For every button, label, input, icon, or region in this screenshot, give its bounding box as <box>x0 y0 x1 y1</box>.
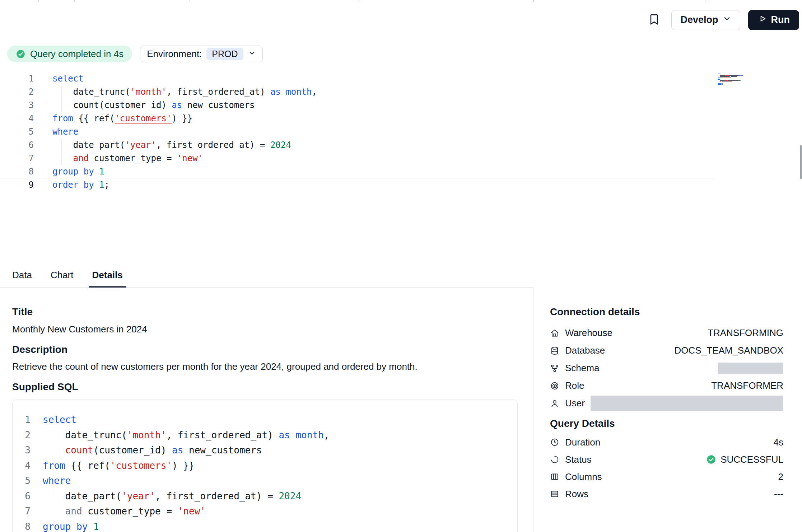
code-token: 'new' <box>177 153 203 163</box>
sql-editor[interactable]: 1select2 date_trunc('month', first_order… <box>0 72 715 192</box>
code-token: {{ ref( <box>65 460 110 471</box>
code-token: 'year' <box>125 140 156 150</box>
code-text: count(customer_id) as new_customers <box>52 99 255 112</box>
code-token: 'month' <box>130 87 167 97</box>
code-text: select <box>52 72 84 85</box>
supplied-sql-code: 1select2 date_trunc('month', first_order… <box>13 412 517 532</box>
code-token: as <box>172 100 182 110</box>
develop-button[interactable]: Develop <box>671 10 740 30</box>
query-details-heading: Query Details <box>550 418 783 429</box>
chevron-down-icon <box>723 14 731 25</box>
bookmark-button[interactable] <box>648 13 661 27</box>
code-token: 2024 <box>270 140 291 150</box>
code-line: 7 and customer_type = 'new' <box>0 152 715 165</box>
line-number: 4 <box>13 458 43 473</box>
code-text: where <box>52 125 78 139</box>
code-token: group by <box>52 167 94 177</box>
editor-minimap[interactable] <box>718 73 754 85</box>
chevron-down-icon <box>248 48 256 60</box>
code-line: 2 date_trunc('month', first_ordered_at) … <box>0 85 715 99</box>
tab-data[interactable]: Data <box>9 264 36 288</box>
supplied-sql-card: 1select2 date_trunc('month', first_order… <box>12 400 518 532</box>
code-token: as <box>270 87 281 97</box>
code-token: , first_ordered_at) <box>167 87 270 97</box>
code-token: date_trunc( <box>43 430 127 440</box>
develop-label: Develop <box>680 14 718 25</box>
line-number: 3 <box>0 99 52 112</box>
code-token: 'month' <box>127 430 167 440</box>
code-token: , first_ordered_at) <box>166 430 279 440</box>
detail-value-text: TRANSFORMER <box>711 380 783 391</box>
line-number: 6 <box>0 139 52 152</box>
tab-details[interactable]: Details <box>89 264 126 288</box>
query-details-rows: Duration4sStatusSUCCESSFULColumns2Rows--… <box>550 434 783 503</box>
code-token: , first_ordered_at) = <box>155 491 279 501</box>
title-value: Monthly New Customers in 2024 <box>12 324 147 335</box>
code-token: new_customers <box>183 445 262 456</box>
code-text: date_trunc('month', first_ordered_at) as… <box>52 85 317 99</box>
database-icon <box>550 346 559 355</box>
detail-value-text: SUCCESSFUL <box>721 454 783 465</box>
query-status-text: Query completed in 4s <box>30 48 123 60</box>
line-number: 1 <box>13 412 43 428</box>
warehouse-icon <box>550 328 559 338</box>
code-line: 8group by 1 <box>0 165 715 178</box>
description-value: Retrieve the count of new customers per … <box>12 361 418 372</box>
code-token: , <box>324 430 330 440</box>
code-token: group by <box>43 521 88 532</box>
environment-badge: PROD <box>206 48 243 60</box>
tab-chart[interactable]: Chart <box>47 264 77 288</box>
run-label: Run <box>771 14 790 25</box>
code-token: from <box>52 113 73 123</box>
columns-icon <box>550 472 559 481</box>
title-heading: Title <box>12 306 33 318</box>
code-token: count(customer_id) <box>52 100 172 110</box>
code-token: as <box>172 445 183 456</box>
code-token: ) }} <box>172 460 195 471</box>
code-text: order by 1; <box>52 178 109 192</box>
detail-label: Role <box>565 380 584 391</box>
code-token: and <box>52 153 89 163</box>
success-check-icon <box>706 454 716 465</box>
code-token: date_part( <box>52 140 125 150</box>
detail-label: Status <box>565 454 592 465</box>
code-token: order by <box>52 180 94 190</box>
line-number: 6 <box>13 489 43 504</box>
detail-value: --- <box>774 489 783 500</box>
schema-icon <box>550 364 559 373</box>
code-token <box>281 87 286 97</box>
code-token: 2024 <box>279 491 301 501</box>
environment-select[interactable]: Environment: PROD <box>140 46 262 62</box>
line-number: 1 <box>0 72 52 85</box>
detail-row: StatusSUCCESSFUL <box>550 451 783 468</box>
code-token: new_customers <box>182 100 255 110</box>
code-line: 5where <box>0 125 715 139</box>
line-number: 8 <box>13 519 43 532</box>
scrollbar-thumb[interactable] <box>800 145 802 179</box>
code-token: as <box>279 430 290 440</box>
code-line: 3 count(customer_id) as new_customers <box>0 99 715 112</box>
code-text: group by 1 <box>52 165 104 178</box>
code-token: , first_ordered_at) = <box>156 140 270 150</box>
code-token <box>290 430 296 440</box>
code-token: 'year' <box>121 491 155 501</box>
code-token: customer_type = <box>82 506 178 517</box>
code-line: 9order by 1; <box>0 178 715 192</box>
run-button[interactable]: Run <box>748 10 799 30</box>
detail-label: Schema <box>565 363 599 374</box>
ref-link[interactable]: 'customers' <box>115 113 172 123</box>
code-token <box>88 521 93 532</box>
code-text: date_part('year', first_ordered_at) = 20… <box>52 139 291 152</box>
rows-icon <box>550 489 559 499</box>
line-number: 2 <box>0 85 52 99</box>
status-bar: Query completed in 4s Environment: PROD <box>7 46 263 62</box>
code-text: group by 1 <box>43 519 99 532</box>
line-number: 5 <box>0 125 52 139</box>
code-token: 1 <box>93 521 99 532</box>
line-number: 8 <box>0 165 52 178</box>
code-token: , <box>312 87 317 97</box>
detail-row: WarehouseTRANSFORMING <box>550 324 783 342</box>
line-number: 2 <box>13 428 43 443</box>
detail-row: Rows--- <box>550 485 783 503</box>
line-number: 5 <box>13 473 43 489</box>
